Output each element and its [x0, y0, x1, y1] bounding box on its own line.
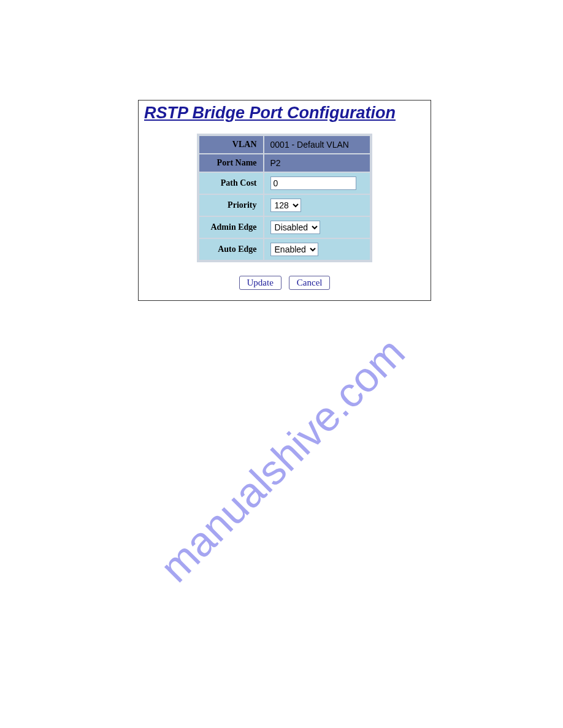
row-auto-edge: Auto Edge Enabled — [199, 239, 369, 260]
row-vlan: VLAN 0001 - Default VLAN — [199, 136, 369, 153]
auto-edge-select[interactable]: Enabled — [270, 243, 318, 256]
port-name-label: Port Name — [199, 154, 262, 172]
row-port-name: Port Name P2 — [199, 154, 369, 172]
admin-edge-select[interactable]: Disabled — [270, 221, 320, 234]
row-admin-edge: Admin Edge Disabled — [199, 217, 369, 238]
path-cost-label: Path Cost — [199, 173, 262, 194]
button-row: Update Cancel — [140, 273, 429, 298]
port-name-value: P2 — [264, 154, 370, 172]
auto-edge-label: Auto Edge — [199, 239, 262, 260]
vlan-value: 0001 - Default VLAN — [264, 136, 370, 153]
config-panel: RSTP Bridge Port Configuration VLAN 0001… — [138, 100, 431, 301]
row-path-cost: Path Cost — [199, 173, 369, 194]
page-title: RSTP Bridge Port Configuration — [140, 102, 429, 134]
cancel-button[interactable]: Cancel — [289, 276, 331, 290]
config-table: VLAN 0001 - Default VLAN Port Name P2 Pa… — [197, 134, 372, 262]
vlan-label: VLAN — [199, 136, 262, 153]
priority-label: Priority — [199, 195, 262, 216]
row-priority: Priority 128 — [199, 195, 369, 216]
update-button[interactable]: Update — [239, 276, 282, 290]
admin-edge-label: Admin Edge — [199, 217, 262, 238]
path-cost-input[interactable] — [270, 176, 356, 190]
priority-select[interactable]: 128 — [270, 199, 301, 212]
